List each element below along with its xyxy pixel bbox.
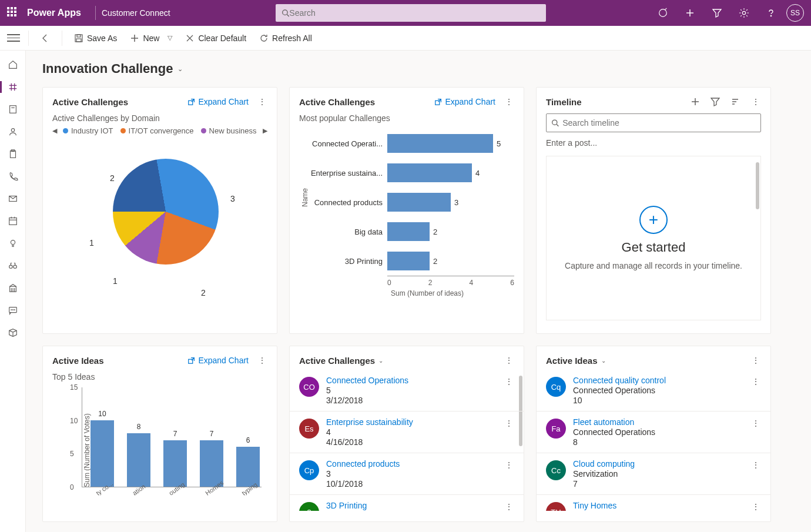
global-search-input[interactable] xyxy=(289,8,539,18)
expand-chart-button[interactable]: Expand Chart xyxy=(434,97,495,106)
hbar-row: Big data 2 xyxy=(299,217,514,246)
expand-label: Expand Chart xyxy=(198,97,249,106)
row-title[interactable]: Tiny Homes xyxy=(573,501,743,510)
app-launcher-icon[interactable] xyxy=(7,7,19,19)
timeline-post-input[interactable]: Enter a post... xyxy=(546,138,761,148)
row-title[interactable]: Fleet automation xyxy=(573,417,743,427)
dashboard-grid: Active Challenges Expand Chart ⋮ Active … xyxy=(42,87,798,522)
row-title[interactable]: Cloud computing xyxy=(573,459,743,469)
hbar-row: Enterprise sustaina... 4 xyxy=(299,158,514,188)
rail-binoculars-icon[interactable] xyxy=(0,255,26,276)
more-button[interactable]: ⋮ xyxy=(750,354,761,366)
card-title: Active Ideas xyxy=(546,356,598,366)
settings-icon[interactable] xyxy=(732,0,756,26)
pie-slice-label: 3 xyxy=(230,194,235,203)
row-title[interactable]: Connected quality control xyxy=(573,376,743,385)
row-avatar: Cp xyxy=(299,460,319,480)
timeline-search[interactable] xyxy=(546,113,761,132)
rail-package-icon[interactable] xyxy=(0,322,26,343)
rail-dashboard-icon[interactable] xyxy=(0,76,26,98)
row-title[interactable]: 3D Printing xyxy=(326,501,497,510)
card-title-dropdown[interactable]: Active Ideas ⌄ xyxy=(546,356,606,366)
row-more-button[interactable]: ⋮ xyxy=(750,417,761,429)
legend-item[interactable]: Industry IOT xyxy=(63,126,113,135)
list-item[interactable]: CO Connected Operations 5 3/12/2018 ⋮ xyxy=(290,370,524,411)
rail-idea-icon[interactable] xyxy=(0,233,26,254)
list-item[interactable]: TH Tiny Homes 3D Printing ⋮ xyxy=(537,495,770,511)
row-more-button[interactable]: ⋮ xyxy=(750,376,761,387)
timeline-search-input[interactable] xyxy=(562,118,756,128)
card-title-dropdown[interactable]: Active Challenges ⌄ xyxy=(299,356,383,366)
row-content: Cloud computing Servitization 7 xyxy=(573,459,743,488)
rail-mail-icon[interactable] xyxy=(0,188,26,209)
row-content: Connected quality control Connected Oper… xyxy=(573,376,743,405)
list-item[interactable]: 3 3D Printing 2 ⋮ xyxy=(290,495,524,511)
more-button[interactable]: ⋮ xyxy=(750,96,761,108)
list-item[interactable]: Es Enterprise sustainability 4 4/16/2018… xyxy=(290,411,524,453)
rail-calendar-icon[interactable] xyxy=(0,210,26,232)
row-title[interactable]: Enterprise sustainability xyxy=(326,417,497,427)
rail-phone-icon[interactable] xyxy=(0,166,26,187)
filter-icon[interactable] xyxy=(711,97,720,106)
rail-document-icon[interactable] xyxy=(0,99,26,120)
main-content: Innovation Challenge ⌄ Active Challenges… xyxy=(26,51,811,532)
expand-chart-button[interactable]: Expand Chart xyxy=(187,356,249,365)
user-avatar[interactable]: SS xyxy=(786,4,804,22)
list-item[interactable]: Cq Connected quality control Connected O… xyxy=(537,370,770,411)
svg-point-39 xyxy=(11,310,11,310)
clear-default-button[interactable]: Clear Default xyxy=(182,31,250,45)
row-more-button[interactable]: ⋮ xyxy=(504,459,514,471)
row-title[interactable]: Connected products xyxy=(326,459,497,469)
refresh-all-button[interactable]: Refresh All xyxy=(256,31,316,45)
legend-prev-icon[interactable]: ◀ xyxy=(52,127,57,135)
row-sub1: Connected Operations xyxy=(573,386,743,395)
row-more-button[interactable]: ⋮ xyxy=(504,501,514,511)
more-button[interactable]: ⋮ xyxy=(504,96,514,108)
row-more-button[interactable]: ⋮ xyxy=(504,417,514,429)
scrollbar[interactable] xyxy=(756,162,759,209)
rail-contact-icon[interactable] xyxy=(0,121,26,142)
axis-tick: 0 xyxy=(387,279,391,287)
save-as-button[interactable]: Save As xyxy=(71,31,120,45)
back-button[interactable] xyxy=(37,31,53,45)
hbar-track: 3 xyxy=(387,192,514,213)
global-search[interactable] xyxy=(276,4,546,22)
help-icon[interactable] xyxy=(759,0,783,26)
legend-item[interactable]: IT/OT convergence xyxy=(120,126,194,135)
row-more-button[interactable]: ⋮ xyxy=(504,376,514,387)
more-button[interactable]: ⋮ xyxy=(257,354,267,366)
add-icon[interactable] xyxy=(678,0,702,26)
more-button[interactable]: ⋮ xyxy=(257,96,267,108)
legend: ◀ Industry IOTIT/OT convergenceNew busin… xyxy=(52,126,267,135)
hbar-value: 2 xyxy=(433,227,437,236)
list-item[interactable]: Cc Cloud computing Servitization 7 ⋮ xyxy=(537,453,770,495)
list-item[interactable]: Fa Fleet automation Connected Operations… xyxy=(537,411,770,453)
target-icon[interactable] xyxy=(651,0,675,26)
chevron-down-icon: ▽ xyxy=(167,34,172,42)
page-title-row[interactable]: Innovation Challenge ⌄ xyxy=(42,61,798,76)
row-title[interactable]: Connected Operations xyxy=(326,376,497,385)
row-avatar: Es xyxy=(299,419,319,439)
list-item[interactable]: Cp Connected products 3 10/1/2018 ⋮ xyxy=(290,453,524,495)
legend-next-icon[interactable]: ▶ xyxy=(263,127,267,135)
expand-chart-button[interactable]: Expand Chart xyxy=(187,97,249,106)
row-more-button[interactable]: ⋮ xyxy=(750,501,761,511)
rail-building-icon[interactable] xyxy=(0,277,26,299)
svg-point-40 xyxy=(12,310,13,310)
more-button[interactable]: ⋮ xyxy=(504,354,514,366)
sort-icon[interactable] xyxy=(730,97,740,106)
nav-toggle-button[interactable] xyxy=(7,32,20,45)
rail-home-icon[interactable] xyxy=(0,54,26,75)
hbar-fill xyxy=(387,222,430,241)
add-icon[interactable] xyxy=(691,97,700,106)
legend-item[interactable]: New business m xyxy=(201,126,257,135)
card-title: Active Ideas xyxy=(52,356,104,366)
row-sub2: 8 xyxy=(573,437,743,447)
rail-chat-icon[interactable] xyxy=(0,300,26,321)
filter-icon[interactable] xyxy=(705,0,729,26)
new-button[interactable]: New ▽ xyxy=(126,31,176,45)
rail-clipboard-icon[interactable] xyxy=(0,143,26,165)
hbar-category: Connected products xyxy=(299,198,387,207)
row-more-button[interactable]: ⋮ xyxy=(750,459,761,471)
card-active-ideas-bar: Active Ideas Expand Chart ⋮ Top 5 Ideas … xyxy=(42,346,277,522)
